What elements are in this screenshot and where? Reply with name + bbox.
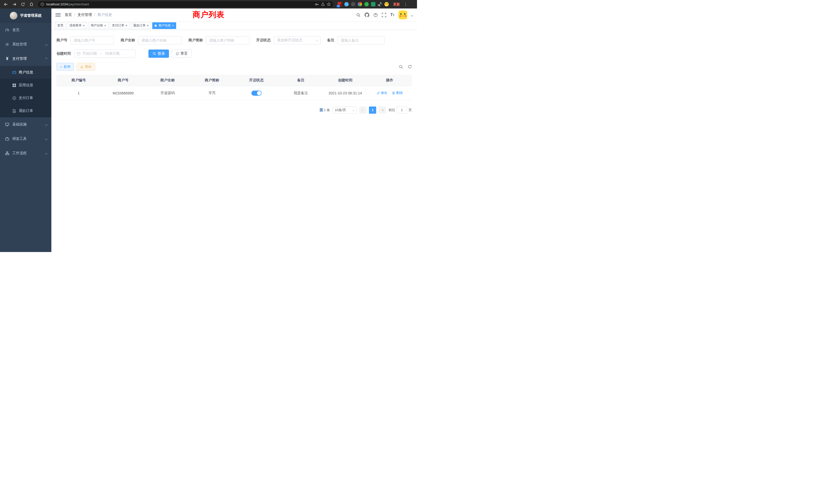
yen-icon: ¥ (5, 56, 9, 61)
date-range-picker[interactable]: 开始日期 - 结束日期 (74, 49, 136, 58)
sidebar-item-pay-order[interactable]: 支付订单 (0, 92, 51, 105)
next-page-button[interactable] (379, 107, 386, 114)
workflow-icon (5, 151, 9, 155)
extension-icon[interactable] (385, 2, 389, 6)
close-icon[interactable]: × (83, 24, 85, 27)
extension-icon[interactable] (358, 2, 362, 6)
col-merchant-short-name: 商户简称 (190, 75, 234, 86)
navbar-actions: TT (356, 10, 413, 19)
sidebar-item-merchant-info[interactable]: 商户信息 (0, 66, 51, 79)
home-icon[interactable] (28, 1, 35, 8)
edit-link[interactable]: 修改 (377, 91, 388, 95)
extension-icon[interactable] (371, 2, 375, 6)
avatar-eye (404, 13, 405, 15)
merchant-name-input[interactable] (138, 36, 182, 44)
dashboard-icon (5, 28, 9, 32)
back-icon[interactable] (3, 1, 9, 8)
sidebar-item-home[interactable]: 首页 (0, 23, 51, 37)
extension-icon[interactable] (344, 2, 349, 6)
extension-icon[interactable] (364, 2, 369, 6)
add-button[interactable]: + 新增 (57, 63, 74, 71)
tab-refund-order[interactable]: 退款订单× (131, 22, 151, 29)
cell-merchant-name: 芋道源码 (145, 86, 190, 100)
pay-submenu: 商户信息 应用信息 支付订单 退款订单 (0, 66, 51, 117)
close-icon[interactable]: × (126, 24, 127, 27)
sidebar-logo[interactable]: 芋道管理系统 (0, 8, 51, 23)
font-size-icon[interactable]: TT (390, 13, 394, 17)
filter-merchant-name: 商户全称 (121, 36, 182, 44)
browser-menu-icon[interactable]: ⋮ (403, 2, 408, 7)
remark-input[interactable] (337, 36, 385, 44)
sidebar-item-label: 商户信息 (19, 70, 33, 75)
reset-button[interactable]: 重置 (172, 49, 192, 58)
github-icon[interactable] (365, 13, 369, 17)
close-icon[interactable]: × (104, 24, 106, 27)
page-number-button[interactable]: 1 (369, 107, 376, 114)
logo-avatar (10, 12, 18, 20)
calendar-icon (77, 52, 80, 55)
breadcrumb-pay[interactable]: 支付管理 (78, 13, 92, 17)
fullscreen-icon[interactable] (382, 13, 386, 17)
page-jumper-input[interactable] (397, 107, 407, 114)
breadcrumb-home[interactable]: 首页 (65, 13, 72, 17)
site-info-icon[interactable] (41, 3, 44, 6)
close-icon[interactable]: × (172, 24, 174, 27)
search-toggle-icon[interactable] (399, 65, 403, 69)
tab-user-group[interactable]: 用户分组× (88, 22, 108, 29)
sidebar-item-refund-order[interactable]: 退款订单 (0, 105, 51, 117)
merchant-short-name-input[interactable] (206, 36, 249, 44)
cell-status (234, 86, 279, 100)
export-button[interactable]: 导出 (76, 63, 95, 71)
document-icon (12, 109, 16, 113)
tab-pay-order[interactable]: 支付订单× (110, 22, 130, 29)
sidebar-item-label: 首页 (12, 28, 47, 32)
tab-merchant-info[interactable]: 商户信息× (152, 22, 176, 29)
page-size-select[interactable]: 10条/页 (332, 107, 357, 114)
extension-icon[interactable]: 10 (338, 2, 342, 6)
prev-page-button[interactable] (359, 107, 367, 114)
tab-flow-form[interactable]: 流程表单× (67, 22, 87, 29)
extension-icon[interactable] (378, 2, 382, 6)
page-content: 商户号 商户全称 商户简称 开启状态 请选择开启状态 (51, 30, 417, 252)
pagination: 共 1 条 10条/页 1 前往 页 (57, 107, 412, 114)
password-key-icon[interactable] (315, 2, 319, 6)
reload-icon[interactable] (20, 1, 26, 8)
hamburger-icon[interactable] (56, 12, 61, 18)
url-bar[interactable]: localhost:1024/pay/merchant (38, 1, 333, 7)
bookmark-star-icon[interactable] (327, 2, 331, 6)
chevron-down-icon (45, 152, 48, 155)
cell-merchant-short-name: 芋艿 (190, 86, 234, 100)
refresh-table-icon[interactable] (408, 65, 412, 69)
navbar: 首页 / 支付管理 / 商户信息 (51, 8, 417, 21)
help-icon[interactable] (373, 13, 378, 17)
merchant-no-input[interactable] (70, 36, 114, 44)
extension-icon[interactable] (351, 2, 355, 6)
search-button[interactable]: 搜索 (148, 49, 169, 58)
forward-icon[interactable] (11, 1, 18, 8)
sidebar-item-devtools[interactable]: 研发工具 (0, 132, 51, 146)
delete-link[interactable]: 删除 (392, 91, 403, 95)
sidebar-item-workflow[interactable]: 工作流程 (0, 146, 51, 160)
page-annotation-title: 商户列表 (193, 9, 224, 20)
cell-remark: 我是备注 (279, 86, 323, 100)
sidebar-item-app-info[interactable]: 应用信息 (0, 79, 51, 92)
cell-actions: 修改 删除 (368, 86, 412, 100)
avatar[interactable] (398, 10, 407, 19)
sidebar-item-label: 支付订单 (19, 96, 33, 100)
breadcrumb: 首页 / 支付管理 / 商户信息 (65, 13, 112, 17)
browser-update-button[interactable]: 更新 (393, 2, 400, 7)
chevron-down-icon (45, 123, 48, 126)
share-icon[interactable] (321, 2, 325, 6)
sidebar-item-system[interactable]: 系统管理 (0, 37, 51, 51)
gear-icon (5, 42, 9, 46)
search-icon[interactable] (356, 13, 360, 17)
close-icon[interactable]: × (147, 24, 149, 27)
status-select[interactable]: 请选择开启状态 (274, 36, 321, 44)
sidebar-item-infra[interactable]: 基础设施 (0, 117, 51, 132)
sidebar-item-pay[interactable]: ¥ 支付管理 (0, 51, 51, 66)
tab-home[interactable]: 首页 (55, 22, 66, 29)
status-toggle[interactable] (251, 91, 262, 96)
breadcrumb-separator: / (94, 13, 95, 17)
url-text: localhost:1024/pay/merchant (46, 2, 89, 6)
caret-down-icon[interactable] (411, 13, 413, 17)
